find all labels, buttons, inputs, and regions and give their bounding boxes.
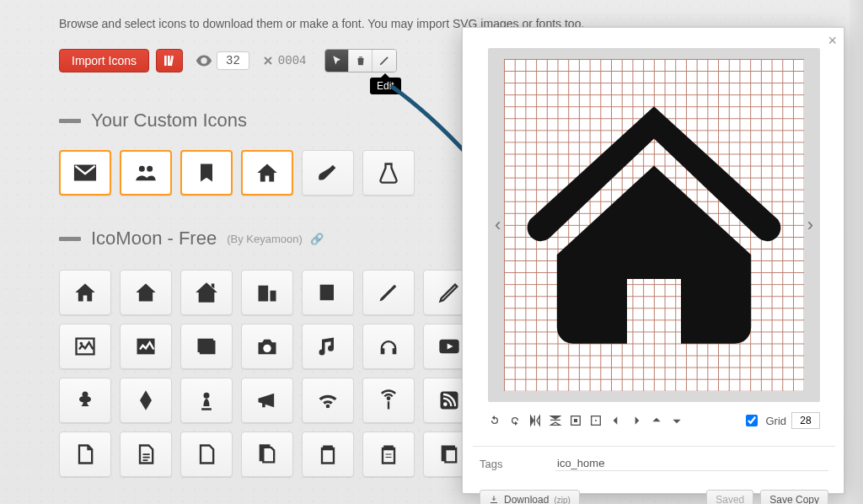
arrow-left-icon[interactable] [609,414,623,427]
icon-diamond[interactable] [120,378,172,423]
custom-icons-header: Your Custom Icons [59,110,247,131]
icon-camera[interactable] [241,324,293,369]
page-scrollbar[interactable] [850,0,863,504]
delete-mode-button[interactable] [349,50,373,72]
save-copy-button[interactable]: Save Copy [760,490,828,504]
removed-count-group: 0004 [261,54,307,67]
icon-wifi[interactable] [302,378,354,423]
icomoon-byline: (By Keyamoon) 🔗 [227,233,324,245]
divider [473,446,835,447]
arrow-up-icon[interactable] [650,414,663,427]
icomoon-title: IcoMoon - Free [91,228,217,249]
main-toolbar: Import Icons 32 0004 [59,49,397,72]
svg-rect-8 [574,419,577,422]
editor-grid-canvas[interactable] [504,59,804,391]
icon-users[interactable] [120,150,172,196]
pencil-icon [378,55,390,67]
icon-clipboard1[interactable] [302,432,354,477]
icon-file-blank[interactable] [180,432,233,477]
icon-bullhorn[interactable] [241,378,293,423]
icon-images[interactable] [180,324,233,369]
icon-office[interactable] [241,270,293,315]
svg-point-10 [595,420,597,421]
download-label: Download [504,494,549,504]
svg-point-0 [80,342,83,346]
grid-size-input[interactable] [791,412,820,429]
editor-close-button[interactable]: × [828,33,837,48]
visible-count: 32 [217,51,249,70]
import-icons-label: Import Icons [72,54,137,67]
mode-buttons [324,49,397,72]
icon-home2[interactable] [120,270,172,315]
trash-icon [355,55,367,67]
tags-input[interactable] [555,456,828,471]
download-button[interactable]: Download (zip) [480,490,580,504]
saved-button: Saved [706,490,753,504]
rotate-cw-icon[interactable] [508,414,522,427]
import-icons-button[interactable]: Import Icons [59,49,149,72]
collapse-icon[interactable] [59,237,81,241]
editor-toolbar: Grid [488,409,820,432]
removed-count: 0004 [278,54,307,67]
icon-newspaper[interactable] [302,270,354,315]
custom-icons-title: Your Custom Icons [91,110,247,131]
custom-icons-row [59,150,415,196]
icon-file1[interactable] [59,432,111,477]
author-link-icon[interactable]: 🔗 [310,233,324,245]
cursor-icon [331,55,343,67]
icon-flask[interactable] [362,150,415,196]
icon-editor-panel: × ‹ › [462,27,844,494]
download-hint: (zip) [554,496,570,505]
icon-clipboard2[interactable] [362,432,415,477]
center-icon[interactable] [589,414,603,427]
icon-file-text[interactable] [120,432,172,477]
icon-clubs[interactable] [59,378,111,423]
next-icon-button[interactable]: › [807,214,813,236]
download-icon [489,495,499,504]
icon-pencil2[interactable] [362,270,415,315]
editor-bottom-row: Download (zip) Saved Save Copy [480,490,828,504]
icomoon-icon-grid [59,270,475,477]
icon-podcast[interactable] [362,378,415,423]
flip-v-icon[interactable] [549,414,562,427]
svg-point-3 [387,396,391,400]
editor-preview-icon [504,59,804,391]
icon-mail[interactable] [59,150,111,196]
icon-brush[interactable] [302,150,354,196]
select-mode-button[interactable] [325,50,349,72]
visible-count-group: 32 [195,51,249,70]
svg-point-1 [263,345,271,352]
collapse-icon[interactable] [59,119,81,123]
icon-pawn[interactable] [180,378,233,423]
icon-home1[interactable] [59,270,111,315]
icon-bookmark[interactable] [180,150,233,196]
eye-icon [195,51,213,70]
icomoon-header: IcoMoon - Free (By Keyamoon) 🔗 [59,228,324,249]
edit-tooltip: Edit [370,78,401,94]
grid-label: Grid [765,415,786,427]
edit-mode-button[interactable] [373,50,396,72]
icon-image1[interactable] [59,324,111,369]
icon-home[interactable] [241,150,293,196]
icon-music[interactable] [302,324,354,369]
tags-label: Tags [480,458,555,470]
arrow-down-icon[interactable] [670,414,683,427]
rotate-ccw-icon[interactable] [488,414,501,427]
icon-files[interactable] [241,432,293,477]
svg-point-5 [443,402,448,406]
library-button[interactable] [156,49,183,72]
icon-headphones[interactable] [362,324,415,369]
icon-image2[interactable] [120,324,172,369]
grid-toggle-checkbox[interactable] [746,415,758,426]
fit-icon[interactable] [569,414,582,427]
tags-row: Tags [480,456,828,471]
icon-home3[interactable] [180,270,233,315]
editor-canvas-area: ‹ › [488,48,820,402]
prev-icon-button[interactable]: ‹ [495,214,501,236]
close-icon [261,54,275,67]
arrow-right-icon[interactable] [630,414,643,427]
flip-h-icon[interactable] [528,414,542,427]
